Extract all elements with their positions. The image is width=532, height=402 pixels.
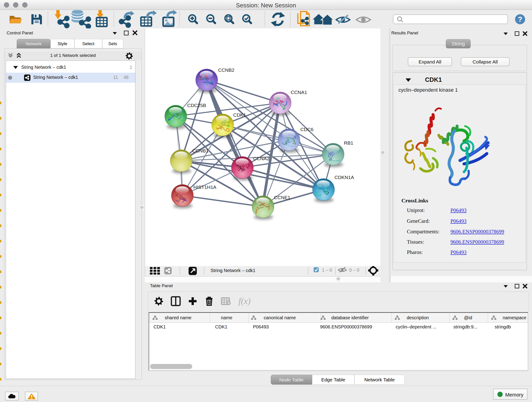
svg-text:1 – 0: 1 – 0 [322, 268, 332, 273]
svg-text:f(x): f(x) [239, 296, 251, 306]
svg-text:CCNA1: CCNA1 [291, 89, 307, 95]
svg-text:CDC25B: CDC25B [187, 103, 206, 108]
svg-text:CCNA2: CCNA2 [253, 156, 269, 161]
svg-text:RB1: RB1 [344, 140, 353, 146]
svg-text:CCNB1: CCNB1 [192, 148, 209, 153]
svg-text:0 – 0: 0 – 0 [349, 268, 359, 273]
svg-text:CDC6: CDC6 [300, 127, 313, 132]
svg-text:CDK1: CDK1 [233, 112, 246, 118]
svg-text:String Network – cdk1: String Network – cdk1 [210, 268, 255, 273]
svg-text:?: ? [518, 15, 522, 23]
svg-text:CCNB2: CCNB2 [218, 67, 234, 73]
svg-text:CDKN1A: CDKN1A [335, 175, 354, 180]
svg-text:HIST1H1A: HIST1H1A [193, 185, 216, 190]
svg-text:CCNE1: CCNE1 [274, 195, 290, 200]
